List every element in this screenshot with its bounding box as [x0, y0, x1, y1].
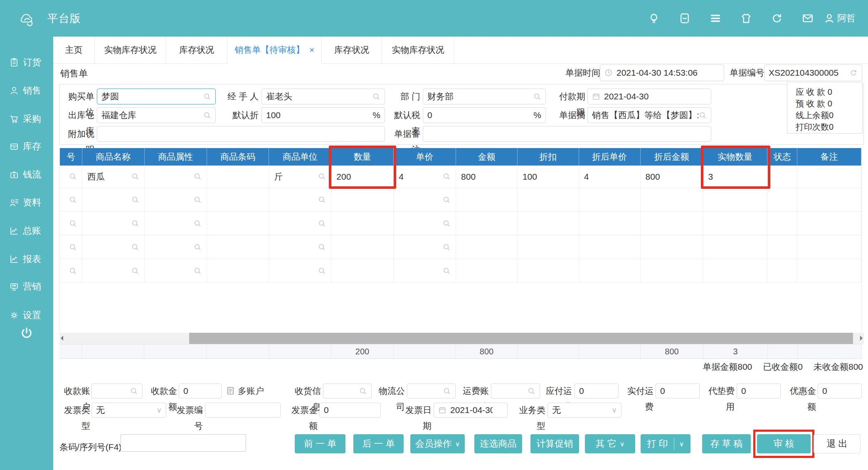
- username[interactable]: 阿哲: [837, 12, 856, 25]
- sidebar-item-settings[interactable]: 设置: [0, 306, 53, 324]
- cell[interactable]: [331, 188, 394, 212]
- search-icon[interactable]: [69, 243, 77, 251]
- cell[interactable]: [394, 188, 456, 212]
- tab-physical-stock-2[interactable]: 实物库存状况: [382, 37, 454, 63]
- cell[interactable]: 200: [331, 166, 394, 188]
- cell[interactable]: [269, 259, 332, 283]
- search-icon[interactable]: [131, 243, 139, 251]
- cell[interactable]: [331, 259, 394, 283]
- sidebar-item-general-ledger[interactable]: 总账: [0, 222, 53, 240]
- search-icon[interactable]: [131, 196, 139, 204]
- search-icon[interactable]: [318, 267, 326, 275]
- cell[interactable]: [394, 212, 456, 235]
- buyer-field[interactable]: 梦圆: [97, 89, 216, 104]
- cell[interactable]: [797, 259, 861, 283]
- cell[interactable]: [82, 188, 145, 212]
- cell[interactable]: [60, 235, 82, 259]
- regenerate-icon[interactable]: [849, 69, 858, 77]
- search-icon[interactable]: [372, 93, 380, 101]
- cell[interactable]: [641, 259, 703, 283]
- scroll-left-arrow[interactable]: [61, 336, 63, 341]
- mail-icon[interactable]: [792, 12, 823, 25]
- cell[interactable]: [456, 212, 518, 235]
- cell[interactable]: [394, 235, 456, 259]
- app-logo-icon[interactable]: [16, 10, 37, 27]
- search-icon[interactable]: [443, 243, 451, 251]
- tab-physical-stock-1[interactable]: 实物库存状况: [95, 37, 166, 63]
- sidebar-item-data[interactable]: 资料: [0, 193, 53, 212]
- search-icon[interactable]: [443, 173, 451, 181]
- cell[interactable]: [518, 188, 579, 212]
- next-order-button[interactable]: 后 一 单: [353, 434, 404, 453]
- search-icon[interactable]: [69, 220, 77, 228]
- cell[interactable]: [269, 235, 332, 259]
- tab-stock-2[interactable]: 库存状况: [322, 37, 382, 63]
- search-icon[interactable]: [194, 220, 202, 228]
- cell[interactable]: [269, 188, 332, 212]
- search-icon[interactable]: [131, 173, 139, 181]
- due-date-field[interactable]: 2021-04-30: [587, 89, 711, 104]
- search-icon[interactable]: [69, 173, 77, 181]
- search-icon[interactable]: [203, 93, 211, 101]
- more-button[interactable]: 其 它∨: [585, 434, 635, 453]
- search-icon[interactable]: [443, 267, 451, 275]
- calc-promotion-button[interactable]: 计算促销: [530, 434, 579, 453]
- sidebar-item-inventory[interactable]: 库存: [0, 137, 53, 156]
- exit-button[interactable]: 退 出: [814, 434, 861, 453]
- tab-sales-order-pending-audit[interactable]: 销售单【待审核】×: [227, 37, 322, 64]
- doc-no-field[interactable]: XS202104300005: [764, 64, 862, 81]
- cell[interactable]: [767, 259, 797, 283]
- menu-icon[interactable]: [700, 12, 731, 25]
- audit-button[interactable]: 审 核: [757, 434, 811, 453]
- cell[interactable]: [797, 166, 861, 188]
- member-actions-button[interactable]: 会员操作∨: [410, 434, 465, 453]
- extra-note-field[interactable]: [97, 126, 385, 142]
- cell[interactable]: [145, 259, 207, 283]
- cell[interactable]: [579, 235, 641, 259]
- sidebar-item-cash-flow[interactable]: 钱流: [0, 166, 53, 184]
- advance-fee-field[interactable]: 0: [737, 383, 781, 398]
- close-icon[interactable]: ×: [309, 45, 314, 55]
- freight-paid-field[interactable]: 0: [656, 383, 700, 398]
- search-icon[interactable]: [443, 196, 451, 204]
- horizontal-scrollbar[interactable]: [59, 333, 864, 344]
- doc-remark-field[interactable]: [423, 126, 711, 142]
- cell[interactable]: [641, 188, 703, 212]
- delivery-info-field[interactable]: [323, 383, 372, 398]
- barcode-input[interactable]: [121, 434, 246, 452]
- search-icon[interactable]: [69, 267, 77, 275]
- tab-stock-1[interactable]: 库存状况: [166, 37, 227, 63]
- cell[interactable]: [331, 212, 394, 235]
- search-icon[interactable]: [443, 387, 451, 395]
- cell[interactable]: [518, 212, 579, 235]
- tax-field[interactable]: 0%: [423, 107, 546, 123]
- scrollbar-thumb[interactable]: [189, 333, 853, 344]
- cell[interactable]: 800: [456, 166, 518, 188]
- business-type-select[interactable]: 无∨: [547, 403, 621, 418]
- cell[interactable]: [456, 235, 518, 259]
- invoice-amount-field[interactable]: 0: [319, 403, 381, 418]
- search-icon[interactable]: [318, 173, 326, 181]
- cell[interactable]: [82, 259, 145, 283]
- shirt-icon[interactable]: [731, 12, 762, 25]
- scroll-right-arrow[interactable]: [860, 336, 863, 341]
- search-icon[interactable]: [318, 220, 326, 228]
- cell[interactable]: [703, 235, 767, 259]
- sidebar-item-reports[interactable]: 报表: [0, 250, 53, 268]
- logistics-field[interactable]: [407, 383, 456, 398]
- multi-select-product-button[interactable]: 连选商品: [474, 434, 522, 453]
- discount-field[interactable]: 100%: [261, 107, 385, 123]
- cell[interactable]: [207, 188, 269, 212]
- cell[interactable]: [456, 188, 518, 212]
- cell[interactable]: [767, 188, 797, 212]
- search-icon[interactable]: [318, 243, 326, 251]
- cell[interactable]: [60, 166, 82, 188]
- cell[interactable]: [641, 235, 703, 259]
- search-icon[interactable]: [318, 196, 326, 204]
- cell[interactable]: [82, 212, 145, 235]
- sidebar-item-ordering[interactable]: 订货: [0, 53, 53, 72]
- cell[interactable]: [82, 235, 145, 259]
- cell[interactable]: 100: [518, 166, 579, 188]
- search-icon[interactable]: [528, 387, 535, 395]
- handler-field[interactable]: 崔老头: [261, 89, 385, 104]
